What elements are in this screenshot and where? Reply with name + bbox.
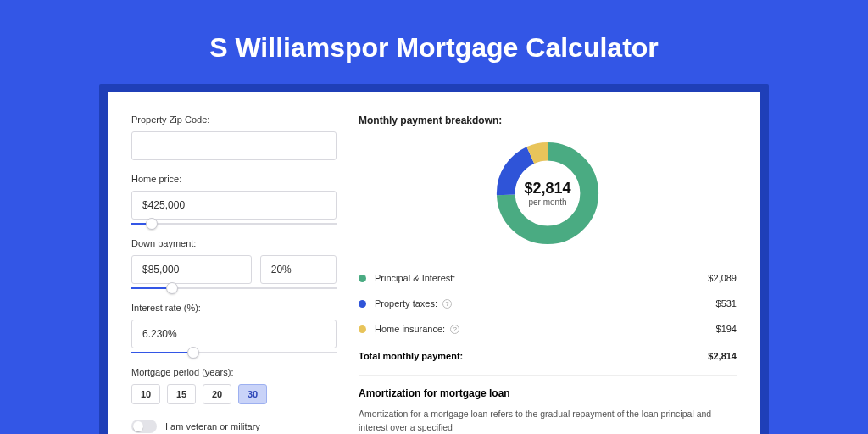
- interest-slider[interactable]: [131, 352, 337, 353]
- calculator-card: Property Zip Code: Home price: Down paym…: [108, 92, 760, 434]
- breakdown-column: Monthly payment breakdown: $2,814 per mo…: [359, 114, 737, 434]
- veteran-label: I am veteran or military: [165, 421, 260, 431]
- legend-amount: $2,089: [708, 273, 737, 283]
- legend-row: Principal & Interest:$2,089: [359, 265, 737, 291]
- down-payment-slider[interactable]: [131, 287, 337, 289]
- legend-row: Home insurance:?$194: [359, 316, 737, 342]
- legend-label: Property taxes:: [375, 298, 437, 309]
- donut-center: $2,814 per month: [492, 138, 603, 248]
- period-option-15[interactable]: 15: [167, 384, 196, 404]
- zip-label: Property Zip Code:: [131, 114, 337, 125]
- amortization-text: Amortization for a mortgage loan refers …: [359, 408, 737, 434]
- slider-thumb[interactable]: [187, 347, 199, 359]
- slider-thumb[interactable]: [166, 282, 178, 294]
- period-option-20[interactable]: 20: [203, 384, 231, 404]
- total-label: Total monthly payment:: [359, 351, 463, 361]
- period-label: Mortgage period (years):: [131, 367, 337, 377]
- home-price-field: Home price:: [131, 174, 337, 225]
- help-icon[interactable]: ?: [442, 299, 452, 309]
- period-options: 10152030: [131, 384, 337, 404]
- interest-field: Interest rate (%):: [131, 303, 337, 353]
- interest-input[interactable]: [131, 320, 337, 348]
- zip-input[interactable]: [131, 131, 337, 160]
- legend-amount: $531: [716, 298, 737, 309]
- legend-dot: [359, 300, 366, 308]
- period-field: Mortgage period (years): 10152030: [131, 367, 337, 404]
- veteran-toggle[interactable]: [131, 420, 157, 433]
- legend-row: Property taxes:?$531: [359, 291, 737, 316]
- legend: Principal & Interest:$2,089Property taxe…: [359, 265, 737, 342]
- period-option-10[interactable]: 10: [131, 384, 160, 404]
- form-column: Property Zip Code: Home price: Down paym…: [131, 114, 337, 434]
- slider-thumb[interactable]: [146, 218, 158, 230]
- help-icon[interactable]: ?: [450, 325, 459, 334]
- down-payment-input[interactable]: [131, 255, 252, 284]
- zip-field: Property Zip Code:: [131, 114, 337, 160]
- total-amount: $2,814: [708, 351, 737, 361]
- slider-fill: [131, 352, 193, 353]
- donut-sub: per month: [528, 198, 566, 207]
- legend-dot: [359, 275, 366, 282]
- period-option-30[interactable]: 30: [238, 384, 267, 404]
- down-payment-field: Down payment:: [131, 238, 337, 289]
- legend-label: Principal & Interest:: [375, 273, 455, 283]
- interest-label: Interest rate (%):: [131, 303, 337, 313]
- legend-amount: $194: [716, 324, 737, 334]
- legend-dot: [359, 326, 366, 333]
- divider: [359, 375, 737, 376]
- breakdown-title: Monthly payment breakdown:: [359, 114, 737, 126]
- page-title: S Williamspor Mortgage Calculator: [0, 0, 868, 84]
- legend-label: Home insurance:: [375, 324, 445, 334]
- veteran-row: I am veteran or military: [131, 420, 337, 433]
- card-wrapper: Property Zip Code: Home price: Down paym…: [99, 84, 769, 434]
- down-payment-pct-input[interactable]: [260, 255, 337, 284]
- total-row: Total monthly payment: $2,814: [359, 342, 737, 370]
- donut-chart: $2,814 per month: [359, 138, 737, 248]
- home-price-slider[interactable]: [131, 223, 337, 225]
- amortization-title: Amortization for mortgage loan: [359, 387, 737, 399]
- donut-amount: $2,814: [524, 180, 570, 198]
- home-price-input[interactable]: [131, 191, 337, 220]
- down-payment-label: Down payment:: [131, 238, 337, 248]
- home-price-label: Home price:: [131, 174, 337, 184]
